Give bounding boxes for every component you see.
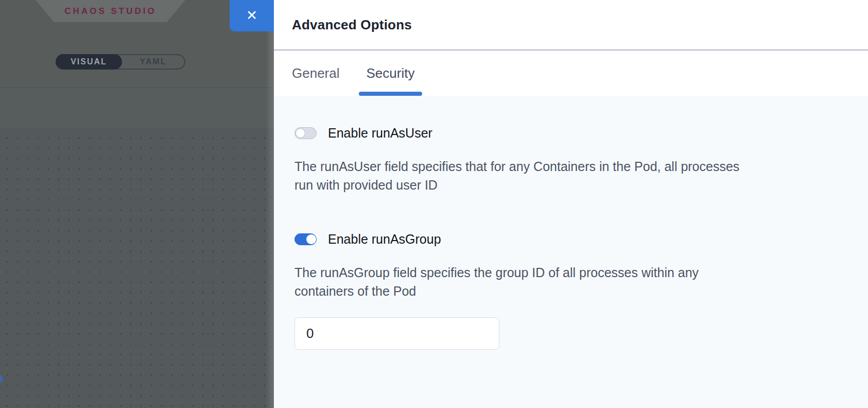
panel-header: Advanced Options (274, 0, 868, 49)
dimmed-app-backdrop: CHAOS STUDIO VISUAL YAML (0, 0, 274, 408)
run-as-user-description: The runAsUser field specifies that for a… (294, 157, 847, 194)
toggle-knob (296, 128, 305, 138)
brand-ribbon: CHAOS STUDIO (36, 0, 185, 22)
tab-security[interactable]: Security (359, 50, 423, 96)
yaml-mode-button[interactable]: YAML (122, 55, 184, 69)
run-as-group-label: Enable runAsGroup (328, 232, 441, 247)
run-as-user-row: Enable runAsUser (294, 126, 847, 141)
brand-title: CHAOS STUDIO (64, 6, 156, 16)
close-icon: ✕ (246, 9, 258, 23)
edge-blue-artifact (0, 376, 3, 382)
run-as-user-toggle[interactable] (294, 127, 317, 139)
advanced-options-panel: Advanced Options General Security Enable… (274, 0, 868, 408)
active-tab-underline (359, 92, 423, 96)
tab-bar: General Security (274, 50, 868, 96)
run-as-group-description: The runAsGroup field specifies the group… (294, 263, 847, 300)
tab-general[interactable]: General (284, 50, 348, 96)
run-as-group-toggle[interactable] (294, 233, 317, 245)
app-subbar (0, 88, 274, 129)
toggle-knob (306, 234, 316, 244)
panel-title: Advanced Options (292, 17, 412, 33)
group-id-input[interactable] (294, 317, 499, 350)
close-drawer-button[interactable]: ✕ (230, 0, 274, 31)
tab-security-label: Security (367, 65, 415, 81)
tab-general-label: General (292, 65, 340, 81)
run-as-group-row: Enable runAsGroup (294, 232, 847, 247)
view-mode-switch[interactable]: VISUAL YAML (56, 54, 185, 70)
visual-mode-button[interactable]: VISUAL (56, 54, 122, 70)
dotted-canvas (0, 129, 274, 408)
run-as-user-label: Enable runAsUser (328, 126, 432, 141)
security-tab-content: Enable runAsUser The runAsUser field spe… (274, 96, 868, 408)
drawer-edge-glow (266, 0, 274, 408)
